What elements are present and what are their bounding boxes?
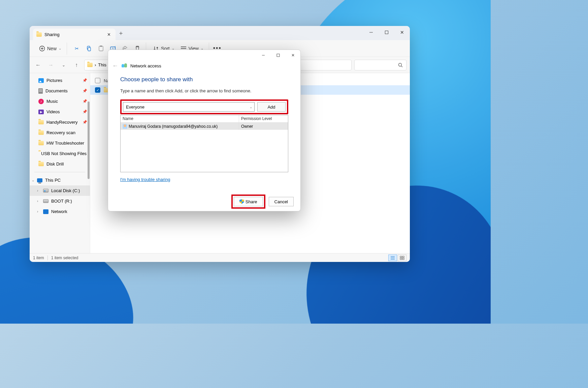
chevron-right-icon[interactable]: › — [37, 189, 38, 192]
chevron-right-icon[interactable]: › — [37, 210, 38, 213]
trouble-sharing-link[interactable]: I'm having trouble sharing — [120, 177, 170, 182]
drive-icon — [43, 199, 48, 203]
documents-icon — [38, 88, 43, 94]
pin-icon: 📌 — [83, 89, 87, 93]
svg-line-16 — [401, 66, 403, 67]
add-button[interactable]: Add — [257, 102, 286, 112]
scissors-icon: ✂ — [74, 46, 80, 52]
chevron-right-icon[interactable]: › — [37, 199, 38, 203]
highlight-add-row: Everyone ⌄ Add — [120, 99, 288, 114]
share-button[interactable]: Share — [234, 197, 263, 206]
dialog-close-button[interactable]: ✕ — [286, 50, 300, 60]
search-icon — [398, 63, 403, 67]
dialog-back-button[interactable]: ← — [112, 62, 118, 69]
new-tab-button[interactable]: ＋ — [116, 29, 126, 37]
column-header-permission[interactable]: Permission Level — [239, 115, 288, 122]
paste-icon — [98, 46, 104, 52]
sidebar-label: USB Not Showing Files — [41, 151, 87, 156]
tab-title: Sharing — [44, 32, 60, 37]
chevron-down-icon[interactable]: ⌄ — [250, 105, 252, 109]
svg-rect-8 — [100, 46, 102, 47]
minimize-button[interactable] — [363, 26, 379, 39]
sidebar-item-disk-drill[interactable]: Disk Drill — [30, 159, 90, 169]
sidebar-label: HandyRecovery — [46, 120, 78, 125]
svg-rect-21 — [402, 256, 404, 258]
close-tab-button[interactable]: ✕ — [105, 32, 112, 37]
sidebar-item-usb-not-showing[interactable]: USB Not Showing Files — [30, 148, 90, 159]
svg-rect-6 — [88, 48, 91, 51]
sidebar-item-local-disk[interactable]: ›Local Disk (C:) — [30, 185, 90, 196]
sidebar-item-hw-troubleshooter[interactable]: HW Troubleshooter — [30, 138, 90, 148]
sidebar-item-this-pc[interactable]: ⌄This PC — [30, 175, 90, 185]
this-pc-icon — [37, 178, 42, 182]
dialog-nav: ← Network access — [108, 61, 300, 71]
copy-icon — [86, 46, 92, 52]
select-all-checkbox[interactable] — [95, 78, 100, 83]
network-access-dialog: ✕ ← Network access Choose people to shar… — [108, 50, 301, 211]
folder-icon — [36, 32, 42, 37]
folder-icon — [38, 141, 44, 145]
svg-point-15 — [399, 63, 402, 66]
maximize-button[interactable] — [379, 26, 394, 39]
folder-icon — [87, 63, 93, 67]
videos-icon: ▶ — [38, 110, 44, 114]
search-box[interactable] — [354, 60, 406, 70]
column-header-name[interactable]: Name — [121, 115, 239, 122]
sidebar-item-boot[interactable]: ›BOOT (R:) — [30, 196, 90, 206]
network-icon — [43, 209, 48, 214]
folder-icon — [38, 130, 44, 135]
copy-button[interactable] — [83, 43, 95, 54]
people-combobox[interactable]: Everyone ⌄ — [123, 102, 255, 112]
row-permission: Owner — [239, 123, 288, 130]
view-toggle — [388, 255, 406, 261]
sidebar-label: This PC — [45, 178, 61, 183]
chevron-down-icon[interactable]: ⌄ — [32, 178, 34, 182]
window-controls: ✕ — [363, 26, 410, 39]
thumbnails-view-button[interactable] — [398, 255, 406, 261]
details-view-button[interactable] — [388, 255, 397, 261]
sidebar-label: Music — [46, 99, 58, 104]
explorer-tab[interactable]: Sharing ✕ — [33, 29, 116, 40]
sidebar-item-documents[interactable]: Documents📌 — [30, 86, 90, 96]
shield-icon — [239, 199, 244, 204]
pin-icon: 📌 — [83, 110, 87, 114]
up-button[interactable]: ↑ — [71, 60, 81, 70]
table-header: Name Permission Level — [121, 115, 288, 123]
combobox-value: Everyone — [126, 105, 144, 110]
permissions-table: Name Permission Level Manuviraj Godara (… — [120, 115, 288, 172]
sidebar-scrollbar[interactable] — [87, 74, 90, 252]
sidebar-item-handyrecovery[interactable]: HandyRecovery📌 — [30, 117, 90, 127]
sidebar-label: Network — [51, 209, 67, 214]
svg-rect-22 — [400, 258, 402, 260]
table-row[interactable]: Manuviraj Godara (manugodara94@yahoo.co.… — [121, 123, 288, 130]
pin-icon: 📌 — [83, 120, 87, 124]
paste-button[interactable] — [95, 43, 107, 54]
row-checkbox[interactable]: ✓ — [95, 87, 100, 93]
svg-rect-23 — [402, 258, 404, 260]
dialog-maximize-button[interactable] — [271, 50, 286, 60]
music-icon: ♪ — [38, 99, 44, 104]
dialog-minimize-button[interactable] — [256, 50, 271, 60]
sidebar-item-recovery-scan[interactable]: Recovery scan — [30, 127, 90, 138]
back-button[interactable]: ← — [33, 60, 43, 70]
sidebar-item-music[interactable]: ♪Music📌 — [30, 96, 90, 107]
navigation-pane: Pictures📌 Documents📌 ♪Music📌 ▶Videos📌 Ha… — [30, 73, 90, 253]
new-button[interactable]: New ⌄ — [36, 43, 64, 54]
forward-button[interactable]: → — [46, 60, 56, 70]
dialog-subtext: Type a name and then click Add, or click… — [120, 88, 288, 93]
close-button[interactable]: ✕ — [394, 26, 410, 39]
dialog-footer: Share Cancel — [108, 192, 300, 211]
status-separator — [47, 256, 48, 260]
cancel-button[interactable]: Cancel — [269, 197, 294, 206]
svg-rect-1 — [385, 31, 388, 34]
scrollbar-thumb[interactable] — [88, 101, 90, 179]
sidebar-item-network[interactable]: ›Network — [30, 206, 90, 217]
sidebar-item-pictures[interactable]: Pictures📌 — [30, 75, 90, 86]
sidebar-label: BOOT (R:) — [51, 199, 72, 204]
recent-dropdown[interactable]: ⌄ — [59, 60, 69, 70]
cut-button[interactable]: ✂ — [71, 43, 83, 54]
selected-count: 1 item selected — [51, 256, 78, 260]
sidebar-item-videos[interactable]: ▶Videos📌 — [30, 107, 90, 117]
chevron-down-icon: ⌄ — [59, 47, 61, 50]
highlight-share-button: Share — [231, 195, 265, 209]
